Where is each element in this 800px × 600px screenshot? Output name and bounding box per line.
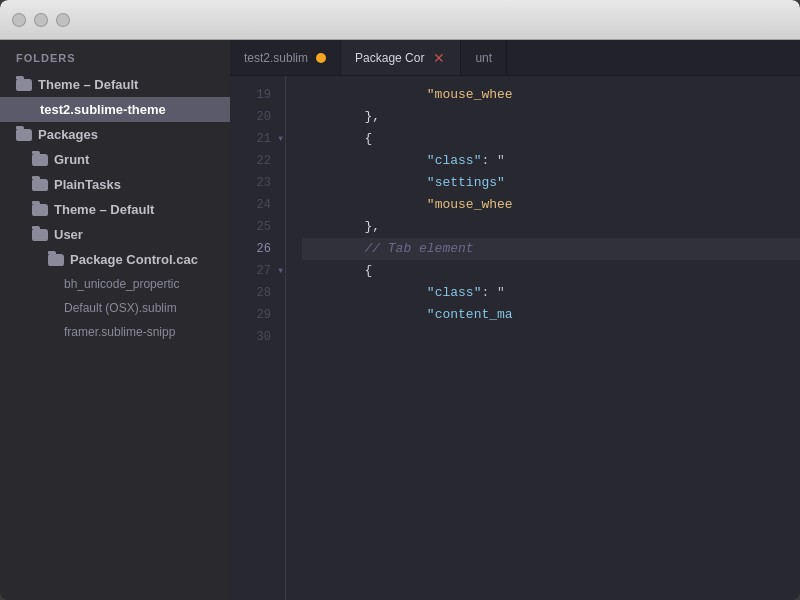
code-line-19: "mouse_whee <box>302 84 800 106</box>
code-token: : " <box>481 150 504 172</box>
line-num-23: 23 <box>230 172 285 194</box>
folder-icon <box>32 229 48 241</box>
code-token: "class" <box>427 282 482 304</box>
line-num-24: 24 <box>230 194 285 216</box>
sidebar-item-label: framer.sublime-snipp <box>64 325 175 339</box>
code-line-28: "class": " <box>302 282 800 304</box>
line-num-25: 25 <box>230 216 285 238</box>
code-token: "mouse_whee <box>427 194 513 216</box>
folder-icon <box>32 204 48 216</box>
tab-close-button[interactable]: ✕ <box>432 51 446 65</box>
code-token: }, <box>302 106 380 128</box>
line-num-21: 21 <box>230 128 285 150</box>
sidebar-item-label: bh_unicode_propertic <box>64 277 179 291</box>
line-num-19: 19 <box>230 84 285 106</box>
sidebar-item-label: Theme – Default <box>54 202 154 217</box>
code-line-21: { <box>302 128 800 150</box>
line-num-30: 30 <box>230 326 285 348</box>
code-lines[interactable]: "mouse_whee }, { "class": " <box>285 76 800 600</box>
tab-bar: test2.sublim Package Cor ✕ unt <box>230 40 800 76</box>
code-token: "content_ma <box>427 304 513 326</box>
code-token: // Tab element <box>302 238 474 260</box>
tab-label: Package Cor <box>355 51 424 65</box>
sidebar-item-plaintasks[interactable]: PlainTasks <box>0 172 230 197</box>
sidebar-item-label: Grunt <box>54 152 89 167</box>
folder-icon <box>32 154 48 166</box>
sidebar-item-test2-sublime-theme[interactable]: test2.sublime-theme <box>0 97 230 122</box>
code-token: }, <box>302 216 380 238</box>
code-token: "settings" <box>427 172 505 194</box>
folder-icon <box>32 179 48 191</box>
sidebar-item-bh-unicode[interactable]: bh_unicode_propertic <box>0 272 230 296</box>
code-token <box>302 326 310 348</box>
folder-icon <box>16 129 32 141</box>
tab-label: test2.sublim <box>244 51 308 65</box>
sidebar-item-framer-snipp[interactable]: framer.sublime-snipp <box>0 320 230 344</box>
sidebar-item-user[interactable]: User <box>0 222 230 247</box>
code-line-20: }, <box>302 106 800 128</box>
line-num-27: 27 <box>230 260 285 282</box>
sidebar-item-grunt[interactable]: Grunt <box>0 147 230 172</box>
code-line-26: // Tab element <box>302 238 800 260</box>
tab-dirty-indicator <box>316 53 326 63</box>
sidebar-item-package-control-cac[interactable]: Package Control.cac <box>0 247 230 272</box>
code-line-22: "class": " <box>302 150 800 172</box>
titlebar <box>0 0 800 40</box>
sidebar-item-label: Packages <box>38 127 98 142</box>
line-numbers: 19 20 21 22 23 24 25 26 27 28 29 30 <box>230 76 285 600</box>
line-num-26: 26 <box>230 238 285 260</box>
line-num-22: 22 <box>230 150 285 172</box>
sidebar-item-label: test2.sublime-theme <box>40 102 166 117</box>
sidebar-item-label: Default (OSX).sublim <box>64 301 177 315</box>
sidebar-item-packages[interactable]: Packages <box>0 122 230 147</box>
line-num-28: 28 <box>230 282 285 304</box>
code-area: 19 20 21 22 23 24 25 26 27 28 29 30 "mou… <box>230 76 800 600</box>
folder-icon <box>16 79 32 91</box>
code-token <box>302 282 427 304</box>
code-token <box>302 172 427 194</box>
sidebar-item-label: Theme – Default <box>38 77 138 92</box>
code-token: "mouse_whee <box>302 84 513 106</box>
sidebar-item-default-osx[interactable]: Default (OSX).sublim <box>0 296 230 320</box>
close-button[interactable] <box>12 13 26 27</box>
tab-untitled[interactable]: unt <box>461 40 507 75</box>
code-line-29: "content_ma <box>302 304 800 326</box>
code-token <box>302 150 427 172</box>
code-line-23: "settings" <box>302 172 800 194</box>
code-line-25: }, <box>302 216 800 238</box>
sidebar-item-label: User <box>54 227 83 242</box>
editor: test2.sublim Package Cor ✕ unt 19 20 21 … <box>230 40 800 600</box>
sidebar-item-label: Package Control.cac <box>70 252 198 267</box>
line-num-20: 20 <box>230 106 285 128</box>
tab-test2[interactable]: test2.sublim <box>230 40 341 75</box>
code-token: : " <box>481 282 504 304</box>
sidebar-item-label: PlainTasks <box>54 177 121 192</box>
sidebar: FOLDERS Theme – Default test2.sublime-th… <box>0 40 230 600</box>
sidebar-item-theme-default[interactable]: Theme – Default <box>0 197 230 222</box>
code-token: { <box>302 128 372 150</box>
sidebar-header: FOLDERS <box>0 40 230 72</box>
code-token <box>302 304 427 326</box>
code-token: { <box>302 260 372 282</box>
tab-label: unt <box>475 51 492 65</box>
line-num-29: 29 <box>230 304 285 326</box>
tab-package-control[interactable]: Package Cor ✕ <box>341 40 461 75</box>
folder-icon <box>48 254 64 266</box>
code-token <box>302 194 427 216</box>
code-line-24: "mouse_whee <box>302 194 800 216</box>
main-container: FOLDERS Theme – Default test2.sublime-th… <box>0 40 800 600</box>
code-line-30 <box>302 326 800 348</box>
maximize-button[interactable] <box>56 13 70 27</box>
sidebar-item-theme-default-root[interactable]: Theme – Default <box>0 72 230 97</box>
code-line-27: { <box>302 260 800 282</box>
code-token: "class" <box>427 150 482 172</box>
minimize-button[interactable] <box>34 13 48 27</box>
